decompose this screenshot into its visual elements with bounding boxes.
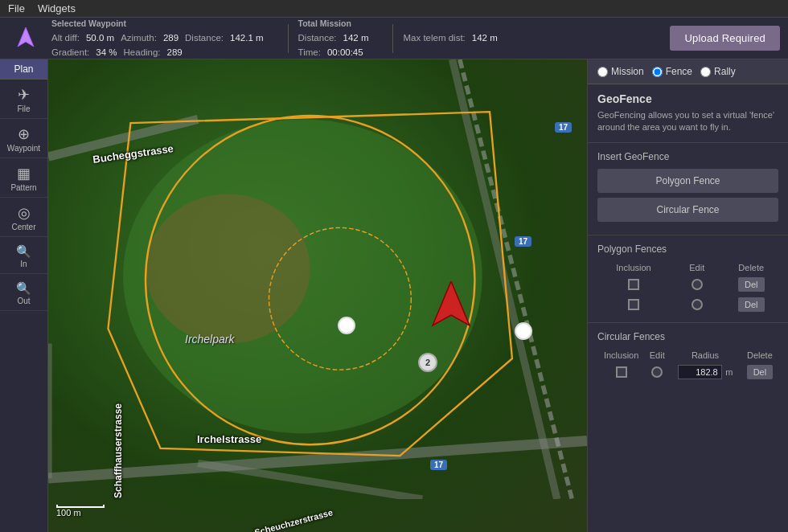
radio-rally-input[interactable] bbox=[700, 67, 711, 77]
circ-col-inclusion: Inclusion bbox=[597, 349, 645, 362]
table-row: Del bbox=[597, 294, 778, 314]
total-mission-title: Total Mission bbox=[298, 17, 369, 31]
radio-rally-label: Rally bbox=[714, 66, 736, 77]
max-telem-label: Max telem dist: bbox=[403, 31, 465, 45]
poly-delete-btn-1[interactable]: Del bbox=[738, 277, 765, 292]
waypoint-2-label: 2 bbox=[425, 358, 430, 367]
svg-marker-13 bbox=[433, 281, 470, 325]
file-icon: ✈ bbox=[18, 88, 30, 102]
heading-label: Heading: bbox=[124, 45, 161, 59]
separator-1 bbox=[288, 24, 289, 53]
col-header-edit: Edit bbox=[670, 261, 724, 274]
sidebar-zoom-out-label: Out bbox=[17, 297, 30, 305]
poly-row2-delete[interactable]: Del bbox=[724, 294, 779, 314]
gradient-value: 34 % bbox=[96, 45, 117, 59]
waypoint-marker-2[interactable]: 2 bbox=[418, 353, 437, 372]
circ-row1-delete[interactable]: Del bbox=[741, 362, 778, 382]
insert-geofence-title: Insert GeoFence bbox=[597, 151, 778, 162]
poly-row1-edit[interactable] bbox=[670, 274, 724, 294]
poly-edit-radio-1[interactable] bbox=[692, 279, 703, 290]
poly-row1-delete[interactable]: Del bbox=[724, 274, 779, 294]
upload-button[interactable]: Upload Required bbox=[670, 26, 780, 51]
circ-row1-edit[interactable] bbox=[645, 362, 669, 382]
mission-time-label: Time: bbox=[298, 45, 321, 59]
radio-rally[interactable]: Rally bbox=[700, 66, 736, 77]
plan-tab[interactable]: Plan bbox=[0, 59, 47, 80]
circ-delete-btn-1[interactable]: Del bbox=[747, 365, 774, 379]
insert-geofence-section: Insert GeoFence Polygon Fence Circular F… bbox=[588, 143, 788, 235]
alt-diff-label: Alt diff: bbox=[51, 31, 80, 45]
circ-edit-radio-1[interactable] bbox=[651, 366, 663, 378]
radio-mission-input[interactable] bbox=[597, 67, 608, 77]
col-header-delete: Delete bbox=[724, 261, 779, 274]
max-telem-group: Max telem dist: 142 m bbox=[403, 31, 497, 45]
right-panel: Mission Fence Rally GeoFence GeoFencing … bbox=[587, 59, 788, 532]
sidebar-item-zoom-in[interactable]: 🔍 In bbox=[0, 237, 47, 274]
poly-row1-inclusion[interactable] bbox=[597, 274, 670, 294]
sidebar-item-file[interactable]: ✈ File bbox=[0, 80, 47, 119]
selected-waypoint-group: Selected Waypoint Alt diff: 50.0 m Azimu… bbox=[51, 17, 264, 60]
radius-input-1[interactable] bbox=[678, 365, 722, 379]
scale-label: 100 m bbox=[56, 508, 81, 518]
sidebar: Plan ✈ File ⊕ Waypoint ▦ Pattern ◎ Cente… bbox=[0, 59, 48, 532]
circ-row1-inclusion[interactable] bbox=[597, 362, 645, 382]
sidebar-item-zoom-out[interactable]: 🔍 Out bbox=[0, 274, 47, 311]
circ-col-radius: Radius bbox=[669, 349, 741, 362]
poly-inclusion-checkbox-2[interactable] bbox=[628, 299, 639, 310]
radius-unit-1: m bbox=[725, 367, 733, 377]
sidebar-center-label: Center bbox=[11, 223, 35, 231]
sidebar-zoom-in-label: In bbox=[20, 260, 27, 268]
waypoint-marker-1[interactable] bbox=[338, 317, 355, 334]
main-content: Plan ✈ File ⊕ Waypoint ▦ Pattern ◎ Cente… bbox=[0, 59, 788, 532]
azimuth-label: Azimuth: bbox=[121, 31, 157, 45]
distance-value: 142.1 m bbox=[230, 31, 264, 45]
drone-icon bbox=[8, 21, 43, 56]
polygon-fence-button[interactable]: Polygon Fence bbox=[597, 169, 778, 193]
mission-time-value: 00:00:45 bbox=[327, 45, 363, 59]
menu-widgets[interactable]: Widgets bbox=[38, 2, 76, 14]
circ-col-delete: Delete bbox=[741, 349, 778, 362]
mission-distance-label: Distance: bbox=[298, 31, 337, 45]
circ-inclusion-checkbox-1[interactable] bbox=[616, 366, 627, 378]
circ-row1-radius[interactable]: m bbox=[669, 362, 741, 382]
radio-fence-input[interactable] bbox=[652, 67, 663, 77]
poly-row2-edit[interactable] bbox=[670, 294, 724, 314]
table-row: Del bbox=[597, 274, 778, 294]
map[interactable]: Bucheggstrasse Irchelstrasse Schaffhause… bbox=[48, 59, 587, 532]
radio-mission[interactable]: Mission bbox=[597, 66, 644, 77]
total-mission-group: Total Mission Distance: 142 m Time: 00:0… bbox=[298, 17, 369, 60]
polygon-fences-title: Polygon Fences bbox=[597, 243, 778, 255]
sidebar-waypoint-label: Waypoint bbox=[7, 144, 40, 153]
alt-diff-value: 50.0 m bbox=[86, 31, 114, 45]
drone-position-arrow bbox=[431, 281, 471, 333]
poly-row2-inclusion[interactable] bbox=[597, 294, 670, 314]
radio-fence-label: Fence bbox=[666, 66, 692, 77]
polygon-fences-table: Inclusion Edit Delete Del bbox=[597, 261, 778, 314]
gradient-label: Gradient: bbox=[51, 45, 89, 59]
circular-fence-button[interactable]: Circular Fence bbox=[597, 198, 778, 222]
svg-marker-0 bbox=[18, 27, 34, 47]
selected-waypoint-title: Selected Waypoint bbox=[51, 17, 264, 31]
waypoint-marker-3[interactable] bbox=[515, 322, 532, 340]
zoom-out-icon: 🔍 bbox=[16, 282, 31, 294]
circular-fences-title: Circular Fences bbox=[597, 331, 778, 342]
sidebar-item-center[interactable]: ◎ Center bbox=[0, 198, 47, 237]
menu-file[interactable]: File bbox=[8, 2, 25, 14]
heading-value: 289 bbox=[167, 45, 183, 59]
sidebar-item-pattern[interactable]: ▦ Pattern bbox=[0, 158, 47, 198]
poly-edit-radio-2[interactable] bbox=[692, 299, 703, 310]
sidebar-pattern-label: Pattern bbox=[10, 183, 36, 192]
scale-bar: 100 m bbox=[56, 505, 105, 518]
distance-label: Distance: bbox=[185, 31, 224, 45]
poly-delete-btn-2[interactable]: Del bbox=[738, 297, 765, 312]
sidebar-file-label: File bbox=[17, 104, 30, 113]
geofence-section: GeoFence GeoFencing allows you to set a … bbox=[588, 84, 788, 143]
radio-fence[interactable]: Fence bbox=[652, 66, 692, 77]
geofence-title: GeoFence bbox=[597, 92, 778, 105]
max-telem-value: 142 m bbox=[472, 31, 498, 45]
badge-mid: 17 bbox=[515, 236, 531, 247]
sidebar-item-waypoint[interactable]: ⊕ Waypoint bbox=[0, 119, 47, 158]
map-background bbox=[48, 59, 587, 532]
poly-inclusion-checkbox-1[interactable] bbox=[628, 279, 639, 290]
separator-2 bbox=[392, 24, 393, 53]
